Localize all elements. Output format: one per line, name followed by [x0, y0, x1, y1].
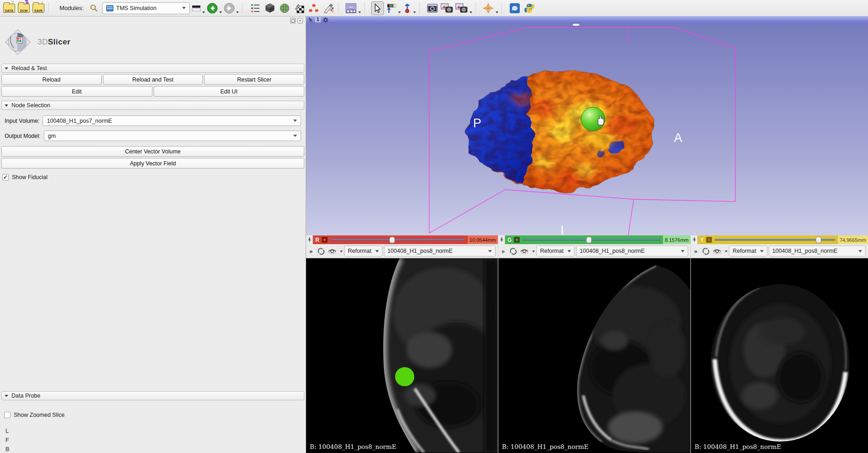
- forward-arrow-icon: [224, 3, 235, 14]
- apply-vector-field-button[interactable]: Apply Vector Field: [1, 158, 304, 169]
- link-views-button[interactable]: [701, 246, 711, 256]
- red-slice-slider[interactable]: [330, 235, 465, 244]
- module-history-button[interactable]: [192, 1, 205, 15]
- place-fiducial-button[interactable]: [403, 1, 416, 15]
- link-icon: [701, 247, 710, 255]
- expand-chevron-button[interactable]: »: [307, 248, 314, 255]
- slider-handle[interactable]: [586, 237, 592, 243]
- module-selector-value: TMS Simulation: [116, 5, 156, 11]
- module-search-button[interactable]: [87, 1, 100, 15]
- view-options-gear-icon[interactable]: [323, 17, 329, 23]
- link-icon: [317, 247, 325, 255]
- threed-scene[interactable]: P A I: [306, 23, 868, 235]
- models-module-button[interactable]: [278, 1, 291, 15]
- green-pin-button[interactable]: [498, 235, 505, 244]
- pushpin-icon[interactable]: [307, 17, 313, 22]
- section-reload-test[interactable]: Reload & Test: [1, 64, 304, 73]
- module-panel: × 3DSlicer Reload & Test Reload Reload a…: [0, 16, 306, 453]
- green-slice-toolbar: » Reformat 100408_H1_pos8_no: [498, 244, 690, 258]
- red-volume-selector[interactable]: 100408_H1_pos8_normE: [384, 246, 496, 257]
- window-level-tool-button[interactable]: [386, 1, 401, 15]
- threed-viewport[interactable]: 1: [306, 16, 868, 235]
- module-selector[interactable]: TMS Simulation: [102, 2, 190, 14]
- mouse-interaction-button[interactable]: [371, 1, 384, 15]
- probe-layer-b: B: [5, 446, 9, 453]
- chevron-down-icon[interactable]: [725, 251, 728, 252]
- slice-visibility-button[interactable]: [712, 246, 722, 256]
- red-slice-viewport[interactable]: B: 100408_H1_pos8_normE: [306, 258, 498, 453]
- red-orientation-selector[interactable]: Reformat: [344, 246, 382, 257]
- yellow-volume-selector[interactable]: 100408_H1_pos8_normE: [769, 246, 866, 257]
- python-console-button[interactable]: [523, 1, 536, 15]
- slider-handle[interactable]: [389, 237, 395, 243]
- edit-ui-button[interactable]: Edit UI: [154, 86, 305, 97]
- yellow-slice-viewport[interactable]: B: 100408_H1_pos8_normE: [691, 258, 868, 453]
- markups-module-button[interactable]: [307, 1, 320, 15]
- slice-views: R 10.0544mm »: [306, 235, 868, 453]
- dcm-import-button[interactable]: ⇅DCM: [17, 1, 30, 15]
- red-slice-menu-icon[interactable]: [322, 237, 328, 243]
- green-slice-slider[interactable]: [523, 235, 660, 244]
- link-views-button[interactable]: [508, 246, 518, 256]
- toolbar-separator: [419, 3, 423, 14]
- cube-icon: [265, 3, 275, 13]
- screenshot-button[interactable]: [426, 1, 439, 15]
- input-volume-selector[interactable]: 100408_H1_pos7_normE: [43, 115, 301, 126]
- module-hierarchy-button[interactable]: [249, 1, 262, 15]
- green-slice-viewport[interactable]: B: 100408_H1_pos8_normE: [498, 258, 690, 453]
- link-views-button[interactable]: [316, 246, 326, 256]
- reload-and-test-button[interactable]: Reload and Test: [103, 74, 203, 85]
- expand-chevron-button[interactable]: »: [500, 248, 507, 255]
- panel-float-button[interactable]: [290, 18, 296, 23]
- panel-close-button[interactable]: ×: [297, 18, 303, 23]
- output-model-selector[interactable]: gm: [44, 131, 301, 141]
- section-data-probe[interactable]: Data Probe: [1, 391, 304, 400]
- green-orientation-selector[interactable]: Reformat: [536, 246, 574, 257]
- layout-icon: [345, 3, 357, 14]
- yellow-slice-toolbar: » Reformat 100408_H1_pos8_no: [691, 244, 868, 258]
- extensions-manager-button[interactable]: [508, 1, 521, 15]
- section-node-selection[interactable]: Node Selection: [1, 101, 304, 110]
- reload-button[interactable]: Reload: [1, 74, 102, 85]
- yellow-pin-button[interactable]: [691, 235, 698, 244]
- slice-visibility-button[interactable]: [327, 246, 337, 256]
- chevron-down-icon: [236, 11, 239, 13]
- slider-track: [330, 239, 465, 240]
- green-volume-selector[interactable]: 100408_H1_pos8_normE: [576, 246, 688, 257]
- crosshair-button[interactable]: [482, 1, 498, 15]
- chevron-down-icon[interactable]: [532, 251, 535, 252]
- scene-view-capture-button[interactable]: [441, 1, 453, 15]
- yellow-orientation-selector[interactable]: Reformat: [729, 246, 767, 257]
- green-slice-menu-icon[interactable]: [514, 237, 520, 243]
- toolbar-separator: [364, 3, 368, 14]
- data-module-button[interactable]: [264, 1, 276, 15]
- show-fiducial-checkbox[interactable]: ✓: [2, 174, 9, 180]
- load-data-button[interactable]: ↑DATA: [3, 1, 16, 15]
- restart-slicer-button[interactable]: Restart Slicer: [204, 74, 304, 85]
- extensions-icon: [509, 3, 520, 14]
- green-slice-controller-bar: G 8.1576mm: [498, 235, 690, 244]
- slider-handle[interactable]: [816, 237, 821, 243]
- red-pin-button[interactable]: [306, 235, 313, 244]
- expand-chevron-button[interactable]: »: [692, 248, 699, 255]
- chevron-down-icon[interactable]: [340, 251, 343, 252]
- edit-button[interactable]: Edit: [1, 86, 152, 97]
- yellow-slice-slider[interactable]: [715, 235, 835, 244]
- search-icon: [89, 4, 98, 13]
- chevron-down-icon: [398, 11, 401, 13]
- layout-selector-button[interactable]: [345, 1, 361, 15]
- green-slice-image: [498, 258, 690, 453]
- volume-rendering-button[interactable]: [293, 1, 306, 15]
- slice-view-red: R 10.0544mm »: [306, 235, 498, 453]
- slice-visibility-button[interactable]: [519, 246, 529, 256]
- scene-view-restore-button[interactable]: [455, 1, 472, 15]
- show-zoomed-slice-checkbox[interactable]: [4, 412, 11, 418]
- editor-module-button[interactable]: [322, 1, 335, 15]
- center-vector-volume-button[interactable]: Center Vector Volume: [1, 146, 304, 157]
- module-back-button[interactable]: [207, 1, 222, 15]
- probe-layer-f: F: [5, 437, 9, 443]
- save-button[interactable]: ↓SAVE: [32, 1, 45, 15]
- module-forward-button[interactable]: [224, 1, 239, 15]
- yellow-slice-menu-icon[interactable]: [706, 237, 712, 243]
- probe-layer-l: L: [5, 428, 9, 434]
